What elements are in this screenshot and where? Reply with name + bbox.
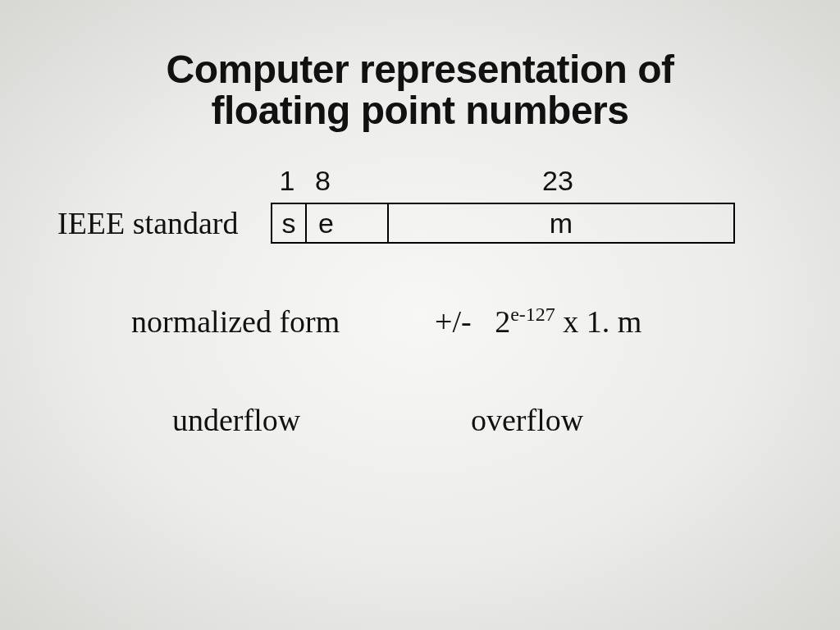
bit-width-row: 1 8 23 xyxy=(271,165,730,197)
formula-exponent: e-127 xyxy=(510,304,555,325)
title-line-1: Computer representation of xyxy=(166,48,673,91)
bit-width-exponent: 8 xyxy=(304,165,386,197)
ieee-standard-label: IEEE standard xyxy=(57,205,239,241)
overflow-label: overflow xyxy=(471,402,583,438)
formula-base: 2 xyxy=(495,304,510,339)
bit-width-sign: 1 xyxy=(271,165,304,197)
underflow-label: underflow xyxy=(172,402,300,438)
formula-tail: x 1. m xyxy=(555,304,642,339)
title-line-2: floating point numbers xyxy=(212,89,629,132)
slide: Computer representation of floating poin… xyxy=(0,0,840,630)
formula-sign: +/- xyxy=(435,304,472,339)
field-exponent: e xyxy=(307,204,389,242)
normalized-form-formula: +/- 2e-127 x 1. m xyxy=(435,304,641,340)
bit-layout-box: s e m xyxy=(271,203,735,244)
field-mantissa: m xyxy=(389,204,733,242)
normalized-form-label: normalized form xyxy=(131,304,340,340)
slide-title: Computer representation of floating poin… xyxy=(0,49,840,132)
field-sign: s xyxy=(272,204,307,242)
bit-width-mantissa: 23 xyxy=(386,165,730,197)
